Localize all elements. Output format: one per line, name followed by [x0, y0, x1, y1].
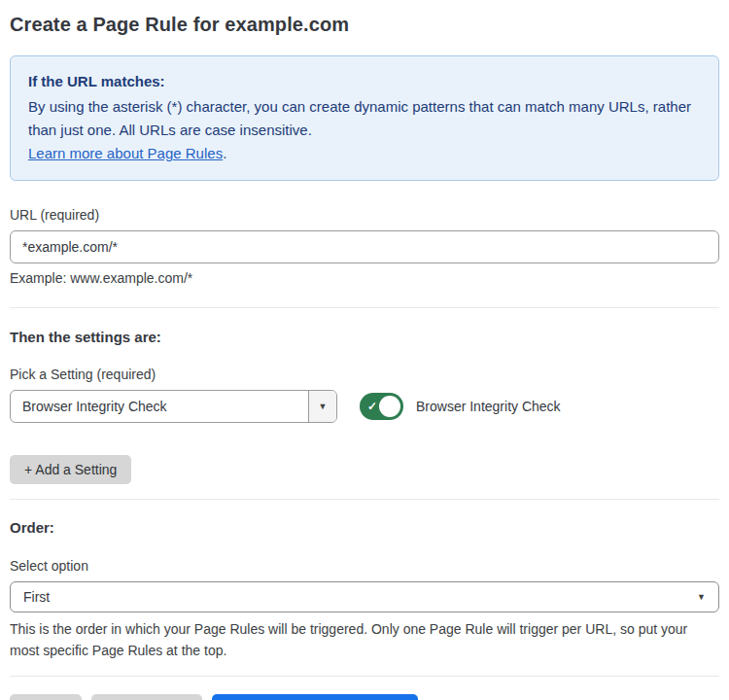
page-title: Create a Page Rule for example.com [10, 14, 719, 36]
setting-picker-label: Pick a Setting (required) [10, 367, 719, 382]
info-box-heading: If the URL matches: [28, 70, 701, 93]
order-select-value: First [23, 589, 50, 605]
setting-select-value: Browser Integrity Check [11, 391, 308, 422]
footer-actions: Cancel Save as Draft Save and Deploy Pag… [10, 694, 719, 700]
info-box-link-line: Learn more about Page Rules. [28, 142, 701, 165]
chevron-down-icon: ▼ [319, 402, 328, 411]
order-select[interactable]: First ▼ [10, 581, 719, 612]
url-field-label: URL (required) [10, 207, 719, 223]
browser-integrity-toggle[interactable]: ✓ [360, 393, 403, 420]
settings-section-heading: Then the settings are: [10, 329, 719, 345]
save-as-draft-button[interactable]: Save as Draft [91, 694, 203, 700]
add-setting-button[interactable]: + Add a Setting [10, 455, 131, 484]
setting-select-arrow-button[interactable]: ▼ [308, 391, 336, 422]
toggle-knob [379, 396, 400, 417]
check-icon: ✓ [367, 400, 377, 413]
info-box-body: By using the asterisk (*) character, you… [28, 95, 701, 142]
save-and-deploy-button[interactable]: Save and Deploy Page Rule [212, 694, 418, 700]
order-select-label: Select option [10, 558, 719, 574]
url-match-info-box: If the URL matches: By using the asteris… [10, 55, 719, 181]
order-help-text: This is the order in which your Page Rul… [10, 619, 719, 661]
setting-select[interactable]: Browser Integrity Check ▼ [10, 390, 337, 423]
divider [10, 307, 719, 308]
toggle-label: Browser Integrity Check [416, 399, 561, 414]
url-example-hint: Example: www.example.com/* [10, 270, 719, 286]
chevron-down-icon: ▼ [697, 593, 706, 602]
divider [10, 499, 719, 500]
divider [10, 676, 719, 677]
url-input[interactable] [10, 230, 719, 263]
link-period: . [223, 145, 226, 161]
setting-row: Browser Integrity Check ▼ ✓ Browser Inte… [10, 390, 719, 423]
learn-more-link[interactable]: Learn more about Page Rules [28, 145, 223, 161]
cancel-button[interactable]: Cancel [10, 694, 82, 700]
order-section-heading: Order: [10, 519, 719, 536]
